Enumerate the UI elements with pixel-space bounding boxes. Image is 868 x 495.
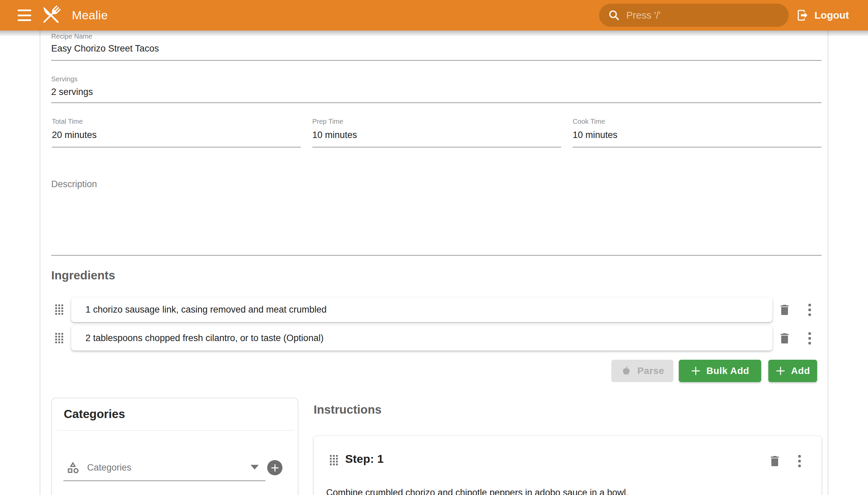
header-shadow xyxy=(0,31,868,37)
ingredient-row[interactable] xyxy=(71,326,772,351)
plus-icon xyxy=(691,366,701,376)
step-text[interactable]: Combine crumbled chorizo and chipotle pe… xyxy=(326,488,807,495)
cook-time-input[interactable] xyxy=(573,130,810,140)
shapes-icon xyxy=(66,461,80,474)
servings-label: Servings xyxy=(51,75,78,83)
drag-handle-icon[interactable] xyxy=(55,332,64,343)
cook-time-underline xyxy=(573,147,821,148)
categories-card: Categories Categories xyxy=(51,398,299,495)
delete-ingredient-button[interactable] xyxy=(777,303,792,317)
ingredient-menu-button[interactable] xyxy=(802,303,817,317)
kebab-menu-icon xyxy=(808,332,811,345)
description-textarea[interactable] xyxy=(51,193,821,251)
instruction-step-card: Step: 1 Combine crumbled chorizo and chi… xyxy=(313,436,821,495)
kebab-menu-icon xyxy=(808,304,811,316)
delete-step-button[interactable] xyxy=(767,454,782,468)
prep-time-underline xyxy=(312,147,561,148)
cook-time-label: Cook Time xyxy=(573,118,605,125)
plus-icon xyxy=(776,366,786,376)
mealie-logo-icon[interactable] xyxy=(38,2,64,28)
add-ingredient-button[interactable]: Add xyxy=(768,360,817,382)
step-menu-button[interactable] xyxy=(792,454,807,468)
search-icon xyxy=(608,9,620,21)
search-bar[interactable] xyxy=(599,4,789,27)
categories-select-underline xyxy=(63,480,266,481)
total-time-input[interactable] xyxy=(52,130,289,140)
apple-icon xyxy=(620,365,632,377)
categories-select[interactable]: Categories xyxy=(66,459,270,476)
description-label: Description xyxy=(51,179,97,189)
plus-icon xyxy=(271,463,279,472)
parse-label: Parse xyxy=(637,365,664,376)
kebab-menu-icon xyxy=(798,455,801,467)
bulk-add-label: Bulk Add xyxy=(706,365,749,376)
drag-handle-icon[interactable] xyxy=(55,304,64,315)
recipe-name-input[interactable] xyxy=(51,44,797,54)
categories-divider xyxy=(57,430,294,431)
parse-button[interactable]: Parse xyxy=(611,360,674,382)
ingredient-row[interactable] xyxy=(71,297,772,322)
prep-time-label: Prep Time xyxy=(312,118,343,125)
chevron-down-icon[interactable] xyxy=(251,465,259,470)
add-category-button[interactable] xyxy=(267,460,283,475)
trash-icon xyxy=(778,303,792,317)
servings-underline xyxy=(51,102,821,103)
content-left-edge xyxy=(40,31,40,495)
bulk-add-button[interactable]: Bulk Add xyxy=(679,360,761,382)
total-time-underline xyxy=(52,147,301,148)
logout-button[interactable]: Logout xyxy=(796,0,849,31)
logout-icon xyxy=(796,9,809,22)
prep-time-input[interactable] xyxy=(312,130,550,140)
recipe-name-underline xyxy=(51,60,821,61)
delete-ingredient-button[interactable] xyxy=(777,331,792,346)
total-time-label: Total Time xyxy=(52,118,83,125)
trash-icon xyxy=(778,331,792,345)
trash-icon xyxy=(768,454,782,468)
categories-card-title: Categories xyxy=(64,407,125,421)
ingredients-heading: Ingredients xyxy=(51,269,115,282)
instructions-heading: Instructions xyxy=(313,403,381,416)
ingredient-menu-button[interactable] xyxy=(802,331,817,346)
scrollbar-track-edge[interactable] xyxy=(828,31,828,495)
add-label: Add xyxy=(791,365,810,376)
description-underline xyxy=(51,255,821,256)
app-header: Mealie Logout xyxy=(0,0,868,31)
search-input[interactable] xyxy=(626,10,780,21)
ingredient-input[interactable] xyxy=(85,333,762,343)
drag-handle-icon[interactable] xyxy=(329,455,338,465)
categories-select-label: Categories xyxy=(87,462,132,473)
ingredient-input[interactable] xyxy=(85,305,762,315)
mealie-recipe-editor-page: Mealie Logout Recipe Name Servings Total… xyxy=(0,0,868,495)
logout-label: Logout xyxy=(814,10,849,21)
app-title: Mealie xyxy=(72,0,108,31)
menu-icon[interactable] xyxy=(18,8,33,22)
servings-input[interactable] xyxy=(51,87,797,97)
step-title: Step: 1 xyxy=(345,452,384,465)
